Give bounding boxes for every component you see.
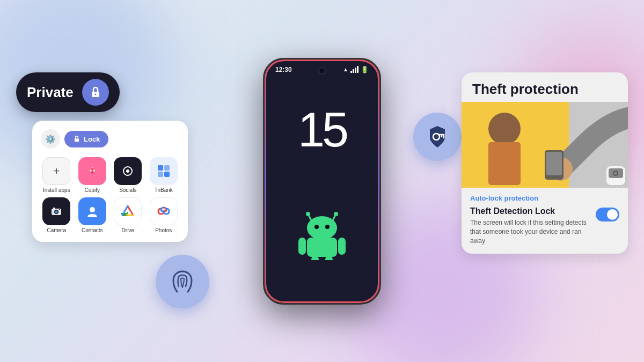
lock-icon xyxy=(89,86,102,99)
app-label-drive: Drive xyxy=(122,227,134,233)
detection-lock-text: Theft Detection Lock The screen will loc… xyxy=(470,206,589,245)
svg-rect-10 xyxy=(158,165,163,171)
app-label-tribank: TriBank xyxy=(155,187,173,193)
battery-icon: 🔋 xyxy=(361,66,369,73)
app-item-tribank[interactable]: TriBank xyxy=(148,157,180,193)
app-label-install: Install apps xyxy=(43,187,70,193)
svg-point-34 xyxy=(314,225,319,229)
svg-rect-18 xyxy=(53,208,55,209)
svg-point-21 xyxy=(90,207,95,212)
app-grid: + Install apps Cupify xyxy=(41,157,179,233)
fingerprint-bubble xyxy=(156,255,209,308)
app-icon-camera xyxy=(42,197,70,225)
signal-bar-2 xyxy=(353,69,354,73)
lock-small-icon xyxy=(73,135,80,143)
signal-bar-3 xyxy=(355,68,356,73)
svg-rect-2 xyxy=(75,138,79,142)
theft-card-title: Theft protection xyxy=(462,72,628,102)
app-label-cupify: Cupify xyxy=(85,187,100,193)
app-icon-drive xyxy=(114,197,142,225)
svg-rect-49 xyxy=(488,142,521,185)
svg-point-8 xyxy=(126,169,129,173)
phone-time: 12:30 xyxy=(275,66,292,73)
signal-bar-1 xyxy=(350,71,352,73)
signal-bar-4 xyxy=(357,66,358,73)
app-item-photos[interactable]: Photos xyxy=(148,197,180,233)
theft-card-body: Auto-lock protection Theft Detection Loc… xyxy=(462,188,628,254)
svg-rect-36 xyxy=(307,238,337,257)
wifi-icon: ▲ xyxy=(343,67,348,72)
svg-point-35 xyxy=(325,225,330,229)
svg-point-5 xyxy=(93,169,95,172)
svg-rect-37 xyxy=(298,238,306,255)
signal-bars xyxy=(350,66,358,73)
app-item-contacts[interactable]: Contacts xyxy=(77,197,108,233)
app-item-camera[interactable]: Camera xyxy=(41,197,72,233)
socials-logo xyxy=(120,163,136,179)
lock-button[interactable]: Lock xyxy=(64,131,108,147)
svg-rect-52 xyxy=(546,152,562,175)
contacts-logo xyxy=(84,203,100,219)
private-lock-circle xyxy=(82,79,109,106)
app-label-camera: Camera xyxy=(47,227,66,233)
detection-lock-desc: The screen will lock if this setting det… xyxy=(470,218,589,245)
gear-icon: ⚙️ xyxy=(45,134,56,144)
app-item-install[interactable]: + Install apps xyxy=(41,157,72,193)
app-icon-install: + xyxy=(42,157,70,185)
app-item-socials[interactable]: Socials xyxy=(112,157,144,193)
svg-rect-11 xyxy=(164,165,170,171)
svg-rect-38 xyxy=(338,238,346,255)
svg-point-4 xyxy=(90,169,92,172)
svg-rect-12 xyxy=(158,172,163,177)
theft-card-image xyxy=(462,102,628,188)
svg-point-19 xyxy=(59,209,60,210)
private-pill[interactable]: Private xyxy=(16,72,120,112)
svg-point-17 xyxy=(55,211,58,213)
svg-point-1 xyxy=(94,94,96,95)
svg-point-33 xyxy=(307,216,337,240)
app-icon-contacts xyxy=(78,197,106,225)
app-label-socials: Socials xyxy=(119,187,136,193)
auto-lock-label: Auto-lock protection xyxy=(470,194,619,202)
svg-rect-13 xyxy=(164,172,170,177)
svg-point-30 xyxy=(306,212,310,216)
app-icon-socials xyxy=(114,157,142,185)
private-label: Private xyxy=(27,84,74,101)
lock-button-label: Lock xyxy=(84,135,100,143)
app-icon-cupify xyxy=(78,157,106,185)
fingerprint-icon xyxy=(168,267,197,296)
theft-detection-toggle[interactable] xyxy=(596,208,619,221)
app-item-drive[interactable]: Drive xyxy=(112,197,144,233)
phone-notch xyxy=(318,67,326,75)
shield-key-icon xyxy=(425,124,450,150)
svg-point-56 xyxy=(614,172,617,175)
app-label-photos: Photos xyxy=(155,227,172,233)
phone-container: 12:30 ▲ 🔋 15 xyxy=(263,58,381,305)
photos-logo xyxy=(156,203,172,219)
android-robot xyxy=(290,206,354,260)
app-icon-tribank xyxy=(150,157,178,185)
drive-logo xyxy=(120,203,136,219)
shield-bubble xyxy=(413,113,462,161)
toggle-row: Theft Detection Lock The screen will loc… xyxy=(470,206,619,245)
app-label-contacts: Contacts xyxy=(82,227,103,233)
svg-point-48 xyxy=(488,113,521,145)
phone-border-gradient xyxy=(265,60,379,303)
app-grid-header: ⚙️ Lock xyxy=(41,129,179,149)
detection-lock-title: Theft Detection Lock xyxy=(470,206,589,216)
svg-point-32 xyxy=(334,212,338,216)
tribank-logo xyxy=(156,163,172,179)
gear-button[interactable]: ⚙️ xyxy=(41,129,60,149)
app-item-cupify[interactable]: Cupify xyxy=(77,157,108,193)
phone-number: 15 xyxy=(298,102,346,158)
svg-rect-9 xyxy=(156,163,172,179)
phone-icons: ▲ 🔋 xyxy=(343,66,369,73)
app-icon-photos xyxy=(150,197,178,225)
theft-illustration xyxy=(462,102,628,188)
cupify-logo xyxy=(85,164,100,179)
phone: 12:30 ▲ 🔋 15 xyxy=(263,58,381,305)
camera-logo xyxy=(49,204,64,219)
theft-protection-card: Theft protection xyxy=(462,72,628,254)
app-grid-card: ⚙️ Lock + Install apps xyxy=(32,121,188,242)
